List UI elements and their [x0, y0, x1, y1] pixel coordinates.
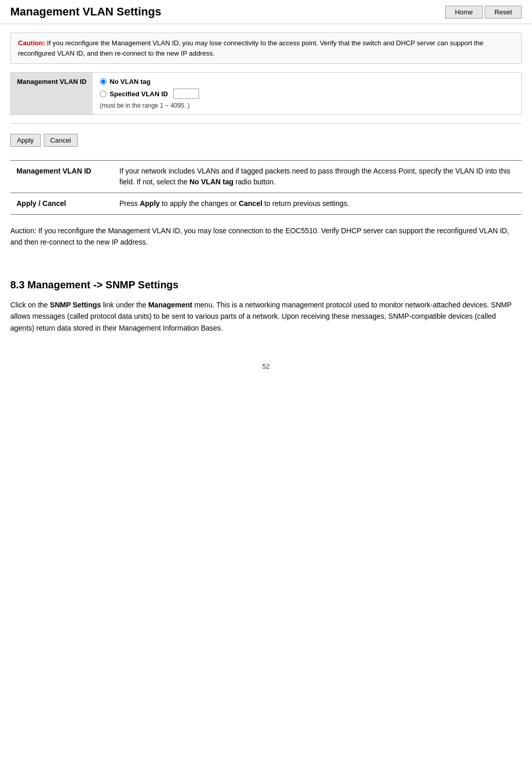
bold-snmp-settings: SNMP Settings [50, 301, 101, 309]
bold-cancel: Cancel [239, 199, 262, 208]
caution-label: Caution: [18, 39, 45, 47]
desc-management-vlan: If your network includes VLANs and if ta… [113, 161, 522, 193]
range-hint: (must be in the range 1 ~ 4095. ) [100, 102, 514, 109]
term-apply-cancel: Apply / Cancel [10, 193, 113, 215]
bold-no-vlan-tag: No VLAN tag [189, 178, 234, 186]
settings-label-vlan: Management VLAN ID [11, 73, 93, 114]
description-table: Management VLAN ID If your network inclu… [10, 160, 522, 215]
divider [10, 123, 522, 124]
radio-specified[interactable] [100, 91, 107, 97]
home-button[interactable]: Home [445, 6, 483, 19]
caution-box: Caution: If you reconfigure the Manageme… [10, 32, 522, 64]
apply-button[interactable]: Apply [10, 134, 41, 147]
action-buttons: Apply Cancel [10, 129, 522, 152]
settings-row-vlan: Management VLAN ID No VLAN tag Specified… [11, 73, 521, 114]
vlan-id-input[interactable] [173, 89, 199, 99]
section-heading: 8.3 Management -> SNMP Settings [10, 279, 522, 291]
table-row-management-vlan: Management VLAN ID If your network inclu… [10, 161, 522, 193]
cancel-button[interactable]: Cancel [44, 134, 78, 147]
radio-option-no-vlan[interactable]: No VLAN tag [100, 78, 514, 85]
bold-apply: Apply [140, 199, 160, 208]
table-row-apply-cancel: Apply / Cancel Press Apply to apply the … [10, 193, 522, 215]
term-management-vlan: Management VLAN ID [10, 161, 113, 193]
body-text: Auction: If you reconfigure the Manageme… [10, 225, 522, 248]
radio-no-vlan-label: No VLAN tag [110, 78, 150, 85]
radio-specified-label: Specified VLAN ID [110, 90, 168, 98]
settings-box: Management VLAN ID No VLAN tag Specified… [10, 72, 522, 115]
page-title: Management VLAN Settings [10, 5, 161, 19]
reset-button[interactable]: Reset [485, 6, 522, 19]
radio-no-vlan[interactable] [100, 78, 107, 85]
radio-option-specified[interactable]: Specified VLAN ID [100, 89, 514, 99]
bold-management: Management [148, 301, 192, 309]
desc-apply-cancel: Press Apply to apply the changes or Canc… [113, 193, 522, 215]
header-buttons: Home Reset [445, 6, 522, 19]
settings-value-vlan: No VLAN tag Specified VLAN ID (must be i… [93, 73, 521, 114]
page-number: 52 [0, 352, 532, 375]
section-body-text: Click on the SNMP Settings link under th… [10, 299, 522, 334]
main-content: Caution: If you reconfigure the Manageme… [0, 24, 532, 352]
caution-text: Caution: If you reconfigure the Manageme… [18, 38, 514, 58]
caution-body: If you reconfigure the Management VLAN I… [18, 39, 483, 57]
page-header: Management VLAN Settings Home Reset [0, 0, 532, 24]
